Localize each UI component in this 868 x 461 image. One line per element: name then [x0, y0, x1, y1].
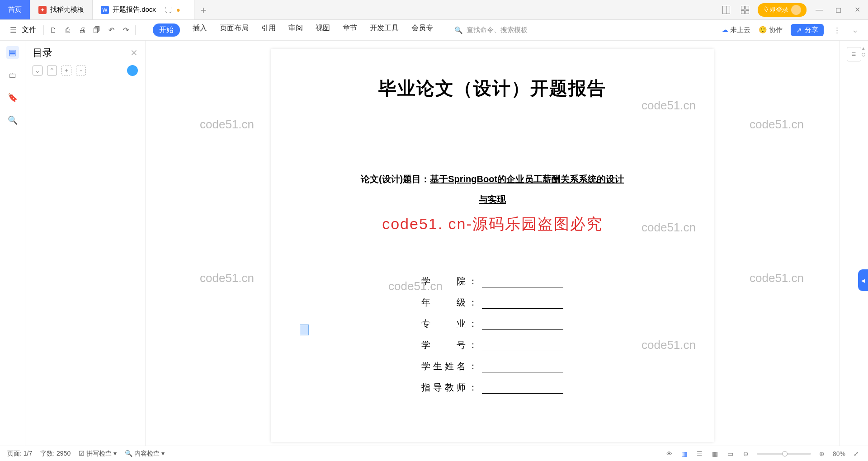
field-name: 学生姓名：: [421, 360, 480, 372]
view-web-icon[interactable]: ▦: [711, 449, 720, 458]
file-menu[interactable]: 文件: [22, 25, 36, 35]
status-bar: 页面: 1/7 字数: 2950 ☑ 拼写检查 ▾ 🔍 内容检查 ▾ 👁 ▥ ☰…: [0, 446, 868, 461]
tab-label: 开题报告.docx: [113, 5, 156, 14]
hamburger-icon[interactable]: ☰: [8, 25, 18, 35]
menu-review[interactable]: 审阅: [288, 24, 303, 37]
cloud-icon: ☁: [722, 26, 728, 33]
bookmark-icon[interactable]: 🔖: [6, 91, 19, 104]
tab-controls: ⛶ ●: [160, 6, 186, 14]
right-rail: ≡: [839, 41, 868, 446]
unsaved-dot-icon: ●: [176, 6, 180, 14]
fit-icon[interactable]: ⤢: [852, 449, 861, 458]
quick-access-toolbar: 🗋 ⎙ 🖨 🗐 ↶ ↷: [48, 25, 131, 35]
collapse-ribbon-icon[interactable]: ⌵: [850, 25, 860, 35]
ribbon: ☰ 文件 🗋 ⎙ 🖨 🗐 ↶ ↷ 开始 插入 页面布局 引用 审阅 视图 章节 …: [0, 20, 868, 41]
tab-document[interactable]: W 开题报告.docx ⛶ ●: [93, 0, 194, 19]
close-button[interactable]: ✕: [851, 4, 863, 16]
word-count[interactable]: 字数: 2950: [40, 450, 71, 458]
field-major: 专 业：: [421, 318, 480, 330]
menu-member[interactable]: 会员专: [411, 24, 433, 37]
cloud-status[interactable]: ☁ 未上云: [722, 26, 750, 34]
content-check[interactable]: 🔍 内容检查 ▾: [125, 450, 165, 458]
tab-home[interactable]: 首页: [0, 0, 30, 19]
redo-icon[interactable]: ↷: [121, 25, 131, 35]
add-heading-icon[interactable]: +: [61, 66, 71, 75]
eye-icon[interactable]: 👁: [665, 449, 674, 458]
avatar-icon: [791, 5, 801, 15]
menu-section[interactable]: 章节: [343, 24, 357, 37]
doc-title: 毕业论文（设计）开题报告: [311, 76, 673, 101]
zoom-value[interactable]: 80%: [833, 450, 845, 457]
remove-heading-icon[interactable]: -: [76, 66, 86, 75]
page-indicator[interactable]: 页面: 1/7: [7, 450, 32, 458]
word-icon: W: [101, 6, 109, 14]
titlebar-right: 立即登录 — ◻ ✕: [720, 0, 868, 19]
side-tab-icon[interactable]: ◂: [858, 269, 868, 291]
preview-icon[interactable]: 🗐: [92, 25, 102, 35]
document-canvas[interactable]: code51.cn code51.cn code51.cn code51.cn …: [146, 41, 839, 446]
command-search[interactable]: 🔍 查找命令、搜索模板: [446, 26, 528, 34]
page-marker-icon[interactable]: [300, 325, 309, 335]
screen-icon[interactable]: ⛶: [165, 6, 172, 14]
scroll-indicator[interactable]: ▴: [860, 45, 867, 56]
view-page-icon[interactable]: ▥: [680, 449, 689, 458]
fire-icon: ✦: [38, 6, 47, 14]
workspace: ▤ 🗀 🔖 🔍 目录 ✕ ⌄ ⌃ + - code51.cn code51.cn…: [0, 41, 868, 446]
share-button[interactable]: ↗分享: [791, 24, 824, 36]
view-outline-icon[interactable]: ☰: [695, 449, 704, 458]
collab-button[interactable]: 🙂 协作: [759, 26, 783, 34]
toc-toggle-icon[interactable]: ≡: [847, 47, 861, 61]
menu-insert[interactable]: 插入: [193, 24, 207, 37]
menu-start[interactable]: 开始: [153, 24, 180, 37]
topic-row: 论文(设计)题目：基于SpringBoot的企业员工薪酬关系系统的设计: [311, 173, 673, 185]
clipboard-icon[interactable]: 🗀: [6, 69, 19, 81]
tab-add-button[interactable]: ＋: [194, 0, 212, 19]
topic-line2: 与实现: [311, 193, 673, 206]
kebab-icon[interactable]: ⋮: [832, 25, 842, 35]
maximize-button[interactable]: ◻: [832, 4, 844, 16]
undo-icon[interactable]: ↶: [106, 25, 116, 35]
watermark: code51.cn: [750, 271, 804, 285]
apps-icon[interactable]: [739, 4, 751, 16]
spellcheck-toggle[interactable]: ☑ 拼写检查 ▾: [79, 450, 117, 458]
document-page: code51.cn code51.cn code51.cn code51.cn …: [271, 49, 714, 442]
collapse-all-icon[interactable]: ⌄: [33, 66, 42, 75]
tab-template[interactable]: ✦ 找稻壳模板: [30, 0, 93, 19]
outline-icon[interactable]: ▤: [6, 46, 19, 59]
login-button[interactable]: 立即登录: [758, 3, 807, 17]
share-icon: ↗: [796, 26, 802, 34]
menu-reference[interactable]: 引用: [261, 24, 276, 37]
zoom-slider[interactable]: [757, 453, 811, 455]
field-grade: 年 级：: [421, 296, 480, 309]
outline-title: 目录: [33, 46, 52, 60]
menu-view[interactable]: 视图: [316, 24, 330, 37]
menu-devtools[interactable]: 开发工具: [370, 24, 399, 37]
menu-bar: 开始 插入 页面布局 引用 审阅 视图 章节 开发工具 会员专: [153, 24, 433, 37]
save-icon[interactable]: 🗋: [48, 25, 58, 35]
view-read-icon[interactable]: ▭: [726, 449, 735, 458]
field-studentno: 学 号：: [421, 339, 480, 351]
export-icon[interactable]: ⎙: [63, 25, 73, 35]
menu-layout[interactable]: 页面布局: [220, 24, 249, 37]
minimize-button[interactable]: —: [813, 4, 826, 16]
red-watermark: code51. cn-源码乐园盗图必究: [311, 214, 673, 235]
search-icon: 🔍: [454, 26, 463, 34]
zoom-out-icon[interactable]: ⊖: [741, 449, 750, 458]
expand-all-icon[interactable]: ⌃: [47, 66, 57, 75]
search-rail-icon[interactable]: 🔍: [6, 114, 19, 127]
left-rail: ▤ 🗀 🔖 🔍: [0, 41, 25, 446]
form-fields: 学 院： 年 级： 专 业： 学 号： 学生姓名： 指导教师：: [311, 275, 673, 394]
layout-icon[interactable]: [720, 4, 732, 16]
field-college: 学 院：: [421, 275, 480, 287]
titlebar: 首页 ✦ 找稻壳模板 W 开题报告.docx ⛶ ● ＋ 立即登录 — ◻ ✕: [0, 0, 868, 20]
outline-tools: ⌄ ⌃ + -: [33, 65, 138, 76]
outline-close-button[interactable]: ✕: [130, 47, 138, 58]
watermark: code51.cn: [200, 271, 254, 285]
field-advisor: 指导教师：: [421, 381, 480, 394]
outline-panel: 目录 ✕ ⌄ ⌃ + -: [25, 41, 146, 446]
print-icon[interactable]: 🖨: [77, 25, 87, 35]
tab-label: 找稻壳模板: [50, 5, 84, 14]
watermark: code51.cn: [750, 118, 804, 132]
assistant-icon[interactable]: [127, 65, 138, 76]
zoom-in-icon[interactable]: ⊕: [817, 449, 826, 458]
